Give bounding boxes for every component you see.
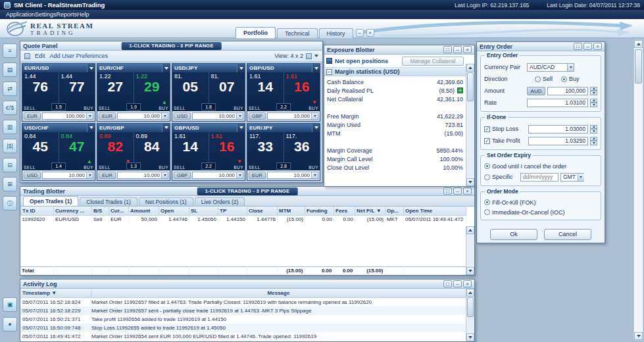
cancel-button[interactable]: Cancel xyxy=(544,229,591,240)
chevron-down-icon[interactable] xyxy=(161,172,168,178)
scroll-up-icon[interactable] xyxy=(466,289,474,297)
expiry-date-input[interactable] xyxy=(520,173,558,182)
column-header[interactable]: TP xyxy=(218,207,247,215)
minimize-icon[interactable]: – xyxy=(453,187,462,195)
sidebar-icon[interactable]: ⊟ xyxy=(3,158,17,172)
menu-item[interactable]: Application xyxy=(6,11,35,18)
activity-log-scrollbar[interactable] xyxy=(466,289,474,341)
take-profit-input[interactable] xyxy=(528,137,588,145)
pair-dropdown-icon[interactable] xyxy=(87,124,95,132)
close-icon[interactable]: × xyxy=(593,43,602,50)
quote-tile-header[interactable]: EUR/GBP xyxy=(97,124,170,132)
buy-radio[interactable] xyxy=(561,76,567,82)
page-scrollbar[interactable] xyxy=(633,39,643,341)
sidebar-icon[interactable]: ▥ xyxy=(3,120,17,134)
scroll-down-icon[interactable] xyxy=(634,332,643,340)
column-header[interactable]: Amount xyxy=(129,207,159,215)
view-selector[interactable]: View: 4 x 2 xyxy=(274,53,318,59)
rate-stepper[interactable] xyxy=(590,99,597,107)
gtc-radio[interactable] xyxy=(484,163,490,169)
scroll-down-icon[interactable] xyxy=(466,333,474,341)
expand-plus-icon[interactable]: + xyxy=(457,87,463,93)
chevron-down-icon[interactable] xyxy=(236,172,243,178)
pair-dropdown-icon[interactable] xyxy=(312,124,320,132)
net-open-positions-checkbox[interactable] xyxy=(326,58,332,64)
quote-tile-header[interactable]: EUR/USD xyxy=(22,64,95,72)
document-tab[interactable]: Portfolio xyxy=(235,27,276,38)
column-header[interactable]: Tx ID xyxy=(21,207,54,215)
minimize-icon[interactable]: – xyxy=(583,43,592,50)
take-profit-checkbox[interactable] xyxy=(484,138,490,144)
close-icon[interactable]: × xyxy=(463,187,472,195)
quote-tile-header[interactable]: USD/JPY xyxy=(172,64,245,72)
stepper-down-icon[interactable] xyxy=(590,103,597,107)
amount-dropdown[interactable]: 10,000 xyxy=(267,172,318,179)
amount-dropdown[interactable]: 10,000 xyxy=(192,112,243,120)
popout-icon[interactable]: □ xyxy=(443,46,452,53)
column-header[interactable]: Funding xyxy=(305,207,334,215)
pair-dropdown-icon[interactable] xyxy=(312,64,320,72)
popout-icon[interactable]: □ xyxy=(574,43,582,50)
chevron-down-icon[interactable] xyxy=(86,172,93,178)
scrollbar-thumb[interactable] xyxy=(467,297,474,317)
take-profit-stepper[interactable] xyxy=(590,137,597,145)
scrollbar-thumb[interactable] xyxy=(467,72,474,101)
amount-dropdown[interactable]: 100,000 xyxy=(42,112,93,120)
sidebar-icon[interactable]: €/$ xyxy=(3,101,17,115)
amount-dropdown[interactable]: 10,000 xyxy=(117,112,168,120)
tabstrip-minimize-icon[interactable]: – xyxy=(356,29,364,37)
menu-item[interactable]: Settings xyxy=(35,11,57,18)
timezone-select[interactable]: GMT xyxy=(560,173,584,182)
sidebar-icon[interactable]: ● xyxy=(3,317,17,331)
stop-loss-stepper[interactable] xyxy=(590,125,597,134)
message-column-header[interactable]: Message xyxy=(91,289,466,297)
blotter-tab[interactable]: Open Trades (1) xyxy=(23,196,78,206)
blotter-tab[interactable]: Closed Trades (1) xyxy=(80,197,137,206)
blotter-tab[interactable]: Live Orders (2) xyxy=(195,197,245,206)
rate-input[interactable] xyxy=(527,99,588,107)
exposure-scrollbar[interactable] xyxy=(466,64,474,186)
sidebar-icon[interactable]: ▤ xyxy=(3,62,17,77)
column-header[interactable]: Net P/L ▼ xyxy=(355,207,385,215)
ioc-radio[interactable] xyxy=(484,209,490,215)
chevron-down-icon[interactable] xyxy=(311,113,318,119)
scroll-down-icon[interactable] xyxy=(466,267,474,275)
scroll-up-icon[interactable] xyxy=(466,64,474,72)
quote-tile-header[interactable]: EUR/JPY xyxy=(247,124,320,132)
popout-icon[interactable]: □ xyxy=(443,280,452,287)
sidebar-icon[interactable]: ≡ xyxy=(3,43,17,58)
scroll-up-icon[interactable] xyxy=(466,226,474,234)
menu-item[interactable]: Reports xyxy=(57,11,78,18)
chevron-down-icon[interactable] xyxy=(161,113,168,119)
fok-radio[interactable] xyxy=(484,199,490,205)
column-header[interactable]: Fees xyxy=(334,207,355,215)
amount-dropdown[interactable]: 10,000 xyxy=(267,112,318,120)
sell-radio[interactable] xyxy=(535,76,541,82)
chevron-down-icon[interactable] xyxy=(236,113,243,119)
minimize-icon[interactable]: – xyxy=(453,46,462,53)
close-icon[interactable]: × xyxy=(463,280,472,287)
amount-dropdown[interactable]: 10,000 xyxy=(42,172,93,179)
scroll-up-icon[interactable] xyxy=(634,40,643,48)
minimize-icon[interactable]: – xyxy=(453,280,462,287)
document-tab[interactable]: Technical xyxy=(277,28,318,38)
amount-stepper[interactable] xyxy=(590,87,597,95)
pair-dropdown-icon[interactable] xyxy=(237,124,245,132)
sidebar-icon[interactable]: ▣ xyxy=(3,297,17,312)
menu-item[interactable]: Help xyxy=(77,11,89,18)
amount-input[interactable] xyxy=(547,87,588,95)
amount-dropdown[interactable]: 10,000 xyxy=(192,172,243,179)
document-tab[interactable]: History xyxy=(319,28,353,38)
specific-expiry-radio[interactable] xyxy=(484,174,490,180)
stop-loss-checkbox[interactable] xyxy=(484,126,490,132)
stepper-down-icon[interactable] xyxy=(590,91,597,95)
manage-collateral-button[interactable]: Manage Collateral xyxy=(402,57,464,66)
ok-button[interactable]: Ok xyxy=(490,229,537,240)
sidebar-icon[interactable]: ⊞ xyxy=(3,177,17,191)
quote-tile-header[interactable]: GBP/USD xyxy=(172,124,245,132)
column-header[interactable]: Open xyxy=(159,207,189,215)
timestamp-column-header[interactable]: Timestamp ▼ xyxy=(20,289,91,297)
quote-tile-header[interactable]: USD/CHF xyxy=(22,124,95,132)
sidebar-icon[interactable]: |$| xyxy=(3,139,17,153)
column-header[interactable]: Currency ... xyxy=(54,207,92,215)
